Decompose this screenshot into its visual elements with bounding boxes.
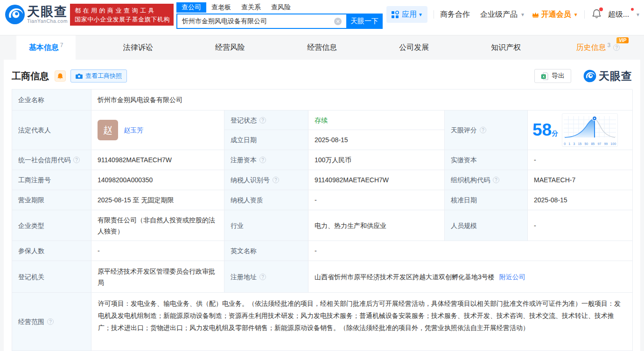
field-label: 人员规模 — [445, 210, 528, 241]
tianyancha-logo[interactable]: 天眼查 TianYanCha.com — [5, 4, 68, 25]
field-label: 成立日期 — [224, 130, 308, 150]
help-icon[interactable] — [493, 177, 499, 183]
tab-label: 基本信息 — [29, 43, 59, 53]
top-right-nav: 应用 ▼ 商务合作 企业级产品 ▼ 开通会员 ▼ 超级... ▼ — [386, 0, 640, 29]
value-text: - — [315, 194, 317, 206]
value-text: MAETAECH-7 — [534, 174, 575, 186]
vip-upgrade-link[interactable]: 开通会员 ▼ — [532, 10, 578, 20]
watermark-label: 天眼查 — [599, 69, 632, 83]
label-text: 实缴资本 — [451, 154, 477, 165]
search-tab-boss[interactable]: 查老板 — [206, 2, 236, 13]
tab-basic-info[interactable]: 基本信息7 — [0, 35, 92, 60]
tab-legal-proceedings[interactable]: 法律诉讼 — [92, 35, 184, 60]
tab-business-info[interactable]: 经营信息 — [276, 35, 368, 60]
label-text: 英文名称 — [231, 245, 257, 256]
legal-rep-link[interactable]: 赵玉芳 — [124, 124, 143, 136]
caret-down-icon: ▼ — [636, 12, 640, 17]
value-text: 电力、热力生产和供应业 — [315, 220, 386, 231]
field-label: 参保人数 — [12, 241, 91, 261]
label-text: 统一社会信用代码 — [18, 154, 70, 165]
help-icon[interactable] — [273, 177, 279, 183]
label-text: 天眼评分 — [451, 124, 477, 136]
view-snapshot-button[interactable]: 查看工商快照 — [70, 69, 127, 83]
value-text: 14098200A000350 — [98, 174, 153, 186]
super-vip-label: 超级... — [608, 10, 629, 20]
apps-menu[interactable]: 应用 ▼ — [386, 6, 427, 23]
field-label: 组织机构代码 — [445, 170, 528, 190]
export-button[interactable]: X 导出 — [534, 69, 571, 83]
field-label: 登记状态 — [224, 110, 308, 130]
label-text: 行业 — [231, 220, 244, 231]
value-text: - — [315, 245, 317, 256]
label-text: 纳税人识别号 — [231, 174, 270, 186]
tabstrip-gap — [0, 29, 644, 35]
reg-no-value: 14098200A000350 — [91, 170, 224, 190]
nearby-companies-link[interactable]: 附近公司 — [499, 271, 525, 282]
logo-swirl-icon — [5, 4, 25, 25]
value-text: 100万人民币 — [315, 154, 351, 165]
label-text: 企业类型 — [18, 220, 44, 231]
english-name-value: - — [308, 241, 633, 261]
taxpayer-id-value: 91140982MAETAECH7W — [308, 170, 445, 190]
search-button[interactable]: 天眼一下 — [346, 14, 383, 29]
notification-bell[interactable] — [592, 8, 602, 21]
tab-operating-risk[interactable]: 经营风险 — [184, 35, 276, 60]
search-tab-relation[interactable]: 查关系 — [236, 2, 266, 13]
field-label: 注册地址 — [224, 261, 308, 293]
help-icon[interactable] — [259, 274, 266, 280]
help-icon[interactable] — [47, 318, 54, 325]
super-vip-menu[interactable]: 超级... ▼ — [608, 10, 640, 20]
legal-rep-cell: 赵 赵玉芳 — [91, 110, 224, 150]
logo-title: 天眼查 — [27, 5, 68, 18]
caret-down-icon: ▼ — [574, 12, 578, 17]
nav-cooperation[interactable]: 商务合作 — [440, 10, 470, 20]
tab-label: 公司发展 — [399, 43, 429, 53]
help-icon[interactable] — [259, 157, 266, 163]
field-label: 统一社会信用代码 — [12, 150, 91, 170]
help-icon[interactable] — [259, 117, 266, 124]
help-icon[interactable] — [613, 44, 620, 51]
vip-badge: VIP — [616, 37, 629, 43]
score-distribution-chart: 0131550859799100 — [562, 113, 618, 147]
field-label: 实缴资本 — [445, 150, 528, 170]
search-block: 查公司 查老板 查关系 查风险 ✕ 天眼一下 — [176, 1, 383, 29]
field-label: 法定代表人 — [12, 110, 91, 150]
value-text: - — [534, 220, 536, 231]
svg-text:X: X — [542, 74, 545, 78]
caret-down-icon: ▼ — [520, 12, 525, 17]
reg-capital-value: 100万人民币 — [308, 150, 445, 170]
monitor-bell-button[interactable] — [55, 70, 66, 82]
search-tab-company[interactable]: 查公司 — [176, 2, 206, 13]
label-text: 成立日期 — [231, 134, 257, 145]
field-label: 经营范围 — [12, 293, 91, 351]
avatar[interactable]: 赵 — [98, 120, 118, 140]
search-input[interactable] — [176, 14, 346, 29]
industry-value: 电力、热力生产和供应业 — [308, 210, 445, 241]
camera-icon — [76, 73, 83, 79]
clear-icon[interactable]: ✕ — [334, 18, 342, 25]
search-tab-risk[interactable]: 查风险 — [266, 2, 296, 13]
field-label: 核准日期 — [445, 190, 528, 210]
uscc-value: 91140982MAETAECH7W — [91, 150, 224, 170]
label-text: 登记机关 — [18, 271, 44, 282]
field-label: 注册资本 — [224, 150, 308, 170]
tab-history-info[interactable]: VIP 历史信息 3 — [552, 35, 644, 60]
section-title: 工商信息 — [12, 70, 49, 83]
value-text: 91140982MAETAECH7W — [98, 154, 172, 165]
field-label: 天眼评分 — [445, 110, 528, 150]
org-code-value: MAETAECH-7 — [528, 170, 633, 190]
label-text: 企业名称 — [18, 94, 44, 105]
nav-enterprise[interactable]: 企业级产品 — [480, 10, 518, 20]
search-tabs: 查公司 查老板 查关系 查风险 — [176, 1, 383, 13]
tab-company-development[interactable]: 公司发展 — [368, 35, 460, 60]
value-text: 91140982MAETAECH7W — [315, 174, 389, 186]
promo-line-1: 都在用的商业查询工具 — [75, 6, 169, 15]
value-text: - — [98, 245, 100, 256]
tab-intellectual-property[interactable]: 知识产权 — [460, 35, 552, 60]
label-text: 人员规模 — [451, 220, 477, 231]
help-icon[interactable] — [73, 157, 80, 163]
biz-scope-value: 许可项目：发电业务、输电业务、供（配）电业务。（依法须经批准的项目，经相关部门批… — [91, 293, 633, 351]
help-icon[interactable] — [480, 127, 486, 133]
value-text: 山西省忻州市原平经济技术开发区跨越大道双创孵化基地3号楼 — [315, 271, 495, 282]
tianyan-score-cell[interactable]: 58分 — [528, 110, 633, 150]
